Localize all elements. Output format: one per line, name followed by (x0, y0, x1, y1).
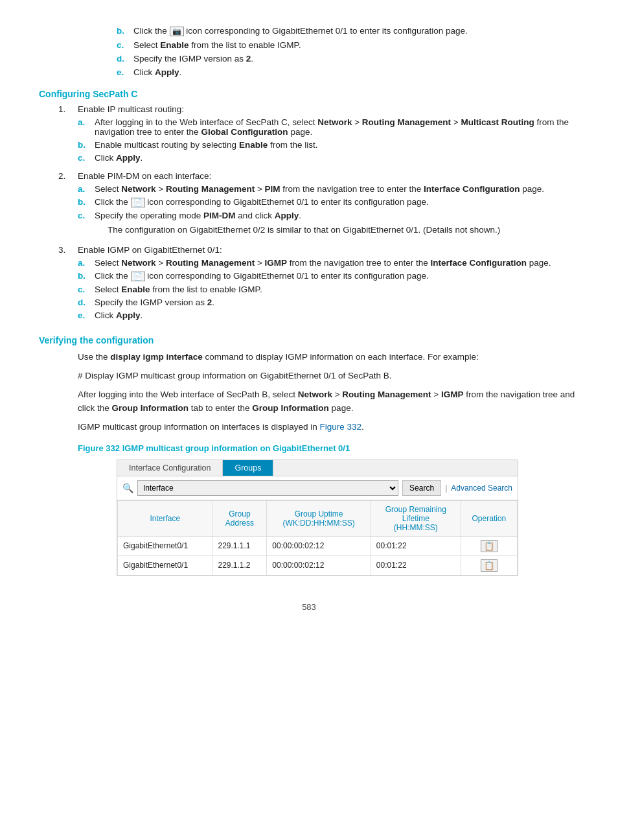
data-table: Interface GroupAddress Group Uptime(WK:D… (117, 500, 518, 576)
step-3c: c. Select Enable from the list to enable… (78, 285, 579, 294)
intro-item-d: d. Specify the IGMP version as 2. (117, 54, 579, 64)
verify-para2: # Display IGMP multicast group informati… (78, 369, 579, 383)
step-1a: a. After logging in to the Web interface… (78, 117, 579, 137)
tab-groups[interactable]: Groups (223, 460, 273, 476)
edit-icon-2[interactable]: 📋 (481, 559, 498, 572)
tab-interface-configuration[interactable]: Interface Configuration (117, 460, 223, 476)
col-group-address: GroupAddress (212, 500, 267, 536)
figure-caption: Figure 332 IGMP multicast group informat… (78, 443, 579, 453)
table-tabs: Interface Configuration Groups (117, 460, 518, 476)
cell-group-addr-1: 229.1.1.1 (212, 536, 267, 555)
search-button[interactable]: Search (402, 480, 441, 496)
section-configuring-secpath-c: Configuring SecPath C 1. Enable IP multi… (39, 89, 579, 323)
search-magnifier-icon: 🔍 (122, 483, 133, 493)
igmp-table: Interface Configuration Groups 🔍 Interfa… (117, 460, 518, 576)
table-header-row: Interface GroupAddress Group Uptime(WK:D… (118, 500, 518, 536)
step-1: 1. Enable IP multicast routing: a. After… (39, 104, 579, 166)
search-row: 🔍 Interface Search | Advanced Search (117, 476, 518, 500)
intro-item-b: b. Click the 📷 icon corresponding to Gig… (117, 26, 579, 36)
step-3d: d. Specify the IGMP version as 2. (78, 298, 579, 307)
section-heading-configuring: Configuring SecPath C (39, 89, 579, 99)
step-2: 2. Enable PIM-DM on each interface: a. S… (39, 171, 579, 240)
section-heading-verifying: Verifying the configuration (39, 335, 579, 345)
section-verifying: Verifying the configuration Use the disp… (39, 335, 579, 576)
advanced-search-link[interactable]: Advanced Search (451, 484, 512, 493)
col-operation: Operation (461, 500, 517, 536)
edit-icon-1[interactable]: 📋 (481, 540, 498, 552)
intro-item-e: e. Click Apply. (117, 67, 579, 77)
cell-uptime-1: 00:00:00:02:12 (267, 536, 371, 555)
table-row: GigabitEthernet0/1 229.1.1.1 00:00:00:02… (118, 536, 518, 555)
col-interface: Interface (118, 500, 212, 536)
verify-para4: IGMP multicast group information on inte… (78, 421, 579, 434)
cell-interface-1: GigabitEthernet0/1 (118, 536, 212, 555)
divider: | (445, 484, 447, 493)
step-3e: e. Click Apply. (78, 310, 579, 320)
cell-group-addr-2: 229.1.1.2 (212, 555, 267, 575)
cell-op-2[interactable]: 📋 (461, 555, 517, 575)
step-1b: b. Enable multicast routing by selecting… (78, 140, 579, 150)
cell-lifetime-1: 00:01:22 (371, 536, 461, 555)
interface-select[interactable]: Interface (137, 480, 398, 496)
table-row: GigabitEthernet0/1 229.1.1.2 00:00:00:02… (118, 555, 518, 575)
step-1c: c. Click Apply. (78, 153, 579, 163)
step-3a: a. Select Network > Routing Management >… (78, 258, 579, 268)
step-2c: c. Specify the operating mode PIM-DM and… (78, 211, 579, 220)
step-2b: b. Click the 📄 icon corresponding to Gig… (78, 197, 579, 207)
intro-item-c: c. Select Enable from the list to enable… (117, 40, 579, 50)
step-2-note: The configuration on GigabitEthernet 0/2… (95, 224, 579, 237)
cell-interface-2: GigabitEthernet0/1 (118, 555, 212, 575)
step-3: 3. Enable IGMP on GigabitEthernet 0/1: a… (39, 245, 579, 323)
step-3b: b. Click the 📄 icon corresponding to Gig… (78, 271, 579, 281)
col-group-remaining: Group RemainingLifetime(HH:MM:SS) (371, 500, 461, 536)
page-number: 583 (39, 602, 579, 612)
col-group-uptime: Group Uptime(WK:DD:HH:MM:SS) (267, 500, 371, 536)
verify-para3: After logging into the Web interface of … (78, 388, 579, 415)
step-2a: a. Select Network > Routing Management >… (78, 184, 579, 194)
cell-uptime-2: 00:00:00:02:12 (267, 555, 371, 575)
cell-lifetime-2: 00:01:22 (371, 555, 461, 575)
figure-link[interactable]: Figure 332 (319, 422, 361, 432)
cell-op-1[interactable]: 📋 (461, 536, 517, 555)
verify-para1: Use the display igmp interface command t… (78, 351, 579, 364)
